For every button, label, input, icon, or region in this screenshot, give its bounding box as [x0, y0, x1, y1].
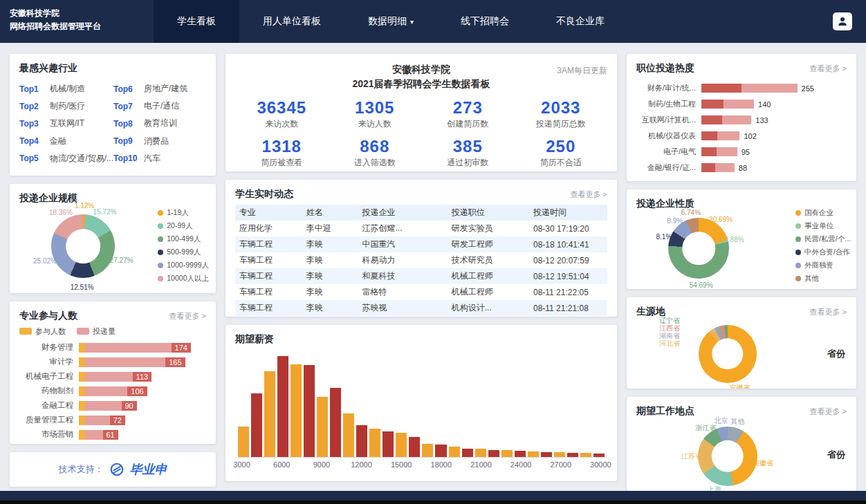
- table-cell: 08-11 21:22:05: [529, 284, 607, 300]
- table-cell: 车辆工程: [235, 236, 302, 252]
- nav-item[interactable]: 不良企业库: [533, 0, 628, 43]
- table-header-cell: 姓名: [302, 205, 358, 221]
- industry-label: 互联网/IT: [50, 118, 84, 129]
- table-header-cell: 投递职位: [448, 205, 529, 221]
- majors-legend: 参与人数 投递量: [19, 326, 206, 337]
- bar-track: 61: [79, 430, 206, 440]
- table-cell: 苏映视: [358, 300, 448, 316]
- axis-tick-label: 3000: [233, 460, 250, 469]
- bar-value: 106: [127, 386, 147, 396]
- legend-item[interactable]: 中外合资/合作: [795, 248, 851, 257]
- axis-tick-label: 24000: [510, 460, 532, 469]
- histogram-bar: [317, 397, 328, 457]
- nav-item-label: 用人单位看板: [263, 15, 321, 28]
- legend-item[interactable]: 100-499人: [158, 234, 209, 244]
- left-column: 最感兴趣行业 Top1机械/制造Top2制药/医疗Top3互联网/ITTop4金…: [10, 54, 216, 491]
- industry-label: 电子/通信: [144, 100, 179, 112]
- bar-segment-participants: [79, 416, 85, 425]
- table-cell: 雷格特: [358, 284, 448, 300]
- bar-value: 140: [758, 100, 771, 109]
- legend-item[interactable]: 外商独资: [795, 261, 851, 270]
- majors-more-link[interactable]: 查看更多 >: [169, 311, 206, 321]
- histogram-bar: [369, 429, 380, 457]
- table-cell: 应用化学: [235, 221, 302, 236]
- bar-segment-participants: [79, 401, 85, 411]
- origin-more-link[interactable]: 查看更多 >: [810, 307, 847, 317]
- donut-ring: [668, 218, 729, 279]
- bar-track: 72: [79, 416, 206, 425]
- legend-item[interactable]: 1000-9999人: [158, 261, 209, 270]
- legend-item[interactable]: 20-99人: [158, 221, 209, 231]
- table-cell: 中国重汽: [358, 236, 448, 252]
- nav-item[interactable]: 线下招聘会: [437, 0, 533, 43]
- donut-slice-label: 1.12%: [75, 202, 94, 209]
- donut-slice-label: 6.74%: [681, 209, 701, 216]
- bar-track: 133: [701, 115, 847, 124]
- table-cell: 李映: [302, 252, 358, 268]
- bar-value: 174: [172, 343, 191, 353]
- bar-segment-submissions: [85, 401, 122, 411]
- legend-item[interactable]: 1-19人: [158, 208, 209, 218]
- donut-slice-label: 15.72%: [93, 208, 117, 216]
- legend-item[interactable]: 其他: [795, 274, 851, 283]
- nav-item[interactable]: 学生看板: [154, 0, 239, 43]
- stat-label: 进入筛选数: [329, 157, 422, 169]
- salary-card: 期望薪资 30006000900012000150001800021000240…: [225, 325, 617, 481]
- bar-track: 88: [701, 163, 847, 172]
- table-row: 应用化学李中迎江苏创耀...研发实验员08-30 17:19:20: [235, 221, 607, 236]
- legend-dot-icon: [158, 263, 163, 268]
- overview-card: 安徽科技学院 2021届春季招聘会学生数据看板 3AM每日更新 36345来访次…: [225, 54, 617, 171]
- legend-item[interactable]: 10000人以上: [158, 274, 209, 283]
- bar-track: 174: [79, 343, 206, 353]
- bar: 90: [79, 401, 137, 411]
- nav-item[interactable]: 用人单位看板: [239, 0, 344, 43]
- table-cell: 车辆工程: [235, 268, 302, 284]
- bar-row: 质量管理工程72: [19, 413, 206, 427]
- overview-title-line2: 2021届春季招聘会学生数据看板: [235, 77, 607, 91]
- bar-track: 255: [701, 84, 847, 93]
- donut-slice-label: 25.02%: [33, 257, 57, 265]
- bar-segment-light: [722, 115, 751, 124]
- legend-item[interactable]: 500-999人: [158, 248, 209, 257]
- industry-item: Top10汽车: [113, 150, 206, 167]
- bar-segment-submissions: [85, 343, 172, 353]
- brand: 安徽科技学院 网络招聘会数据管理平台: [0, 0, 154, 43]
- histogram-bar: [501, 450, 513, 457]
- bar-value: 133: [755, 116, 768, 124]
- bar-segment-light: [741, 84, 797, 93]
- user-button[interactable]: [833, 12, 852, 30]
- legend-item-submissions[interactable]: 投递量: [77, 326, 116, 337]
- donut-hole: [712, 440, 744, 472]
- legend-item[interactable]: 民营/私营/个...: [795, 234, 851, 244]
- legend-swatch-icon: [19, 328, 32, 335]
- donut-slice-label: 其他: [731, 417, 745, 427]
- job-heat-card: 职位投递热度 查看更多 > 财务/审计/统...255制药/生物工程140互联网…: [627, 54, 856, 181]
- donut-slice-label: 8.1%: [656, 232, 672, 240]
- tech-support-prefix: 技术支持：: [59, 463, 104, 476]
- overview-stats: 36345来访次数1305来访人数273创建简历数2033投递简历总数1318简…: [235, 98, 607, 169]
- nav-item[interactable]: 数据明细▾: [344, 0, 437, 43]
- work-location-more-link[interactable]: 查看更多 >: [810, 407, 847, 417]
- realtime-table: 专业姓名投递企业投递职位投递时间应用化学李中迎江苏创耀...研发实验员08-30…: [235, 205, 607, 316]
- realtime-more-link[interactable]: 查看更多 >: [571, 189, 607, 200]
- legend-item[interactable]: 事业单位: [795, 221, 851, 231]
- donut-slice-label: 20.69%: [709, 215, 733, 223]
- donut-slice-label: 12.51%: [71, 283, 94, 290]
- industry-rank: Top6: [113, 84, 138, 94]
- bar-track: 113: [79, 372, 206, 382]
- bar-row: 财务/审计/统...255: [636, 80, 847, 96]
- industry-label: 房地产/建筑: [144, 83, 187, 95]
- job-heat-more-link[interactable]: 查看更多 >: [810, 64, 847, 74]
- user-icon: [836, 15, 849, 28]
- right-column: 职位投递热度 查看更多 > 财务/审计/统...255制药/生物工程140互联网…: [627, 54, 856, 491]
- bar: 113: [79, 372, 151, 382]
- legend-item[interactable]: 国有企业: [795, 208, 851, 218]
- stat-block: 385通过初审数: [421, 137, 515, 169]
- bar: [701, 131, 739, 140]
- industry-label: 机械/制造: [50, 83, 85, 95]
- donut-slice-label: 上海: [708, 485, 721, 491]
- table-cell: 江苏创耀...: [358, 221, 448, 236]
- stat-value: 36345: [235, 98, 329, 118]
- industry-label: 消费品: [144, 136, 169, 147]
- legend-item-participants[interactable]: 参与人数: [19, 326, 66, 337]
